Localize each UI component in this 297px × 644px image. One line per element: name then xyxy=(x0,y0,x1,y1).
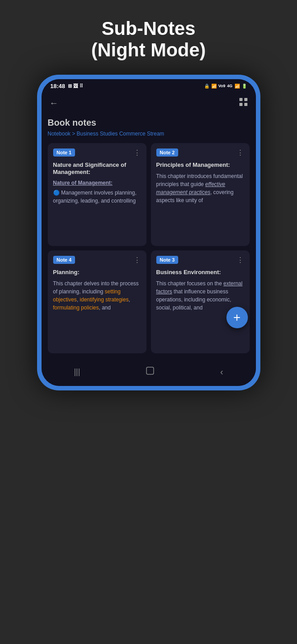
breadcrumb: Notebook > Business Studies Commerce Str… xyxy=(48,131,250,137)
note-4-menu[interactable]: ⋮ xyxy=(134,256,141,264)
notes-grid: Note 1 ⋮ Nature and Significance of Mana… xyxy=(48,143,250,353)
svg-rect-0 xyxy=(239,98,243,101)
svg-rect-2 xyxy=(239,103,243,106)
status-right-icons: 🔒 📶 Vo9 4G 📶 🔋 xyxy=(204,84,247,89)
bottom-nav: ||| ‹ xyxy=(42,360,256,386)
nav-recent-icon[interactable]: ‹ xyxy=(220,367,223,377)
note-1-subtitle: Nature of Management: xyxy=(53,180,141,186)
status-grid-icon: ⊞ 🖼 ⠿ xyxy=(68,83,83,89)
grid-view-button[interactable] xyxy=(239,97,248,109)
fab-button[interactable]: + xyxy=(226,307,248,328)
back-button[interactable]: ← xyxy=(50,98,59,108)
note-card-4: Note 4 ⋮ Planning: This chapter delves i… xyxy=(48,250,146,353)
note-1-title: Nature and Significance of Management: xyxy=(53,161,141,177)
page-title: Sub-Notes (Night Mode) xyxy=(91,18,206,61)
note-4-badge: Note 4 xyxy=(53,256,75,264)
note-2-menu[interactable]: ⋮ xyxy=(237,148,244,157)
app-bar: ← xyxy=(42,93,256,113)
note-card-1: Note 1 ⋮ Nature and Significance of Mana… xyxy=(48,143,146,246)
note-card-2: Note 2 ⋮ Principles of Management: This … xyxy=(151,143,250,246)
note-3-title: Business Environment: xyxy=(156,269,244,276)
note-4-title: Planning: xyxy=(53,269,141,276)
note-1-menu[interactable]: ⋮ xyxy=(134,148,141,157)
svg-rect-4 xyxy=(146,367,154,374)
note-4-body: This chapter delves into the process of … xyxy=(53,280,141,312)
note-2-badge: Note 2 xyxy=(156,148,179,157)
nav-back-icon[interactable]: ||| xyxy=(74,367,80,377)
svg-rect-3 xyxy=(244,103,247,106)
phone-wrapper: 18:48 ⊞ 🖼 ⠿ 🔒 📶 Vo9 4G 📶 🔋 ← xyxy=(37,75,260,390)
note-1-badge: Note 1 xyxy=(53,148,75,157)
book-title: Book notes xyxy=(48,118,250,128)
note-3-badge: Note 3 xyxy=(156,256,179,264)
note-3-menu[interactable]: ⋮ xyxy=(237,256,244,264)
status-bar: 18:48 ⊞ 🖼 ⠿ 🔒 📶 Vo9 4G 📶 🔋 xyxy=(42,79,256,93)
phone-screen: 18:48 ⊞ 🖼 ⠿ 🔒 📶 Vo9 4G 📶 🔋 ← xyxy=(42,79,256,386)
note-2-body: This chapter introduces fundamental prin… xyxy=(156,172,244,204)
nav-home-icon[interactable] xyxy=(145,366,155,378)
note-card-3: Note 3 ⋮ Business Environment: This chap… xyxy=(151,250,250,353)
svg-rect-1 xyxy=(244,98,247,101)
note-2-title: Principles of Management: xyxy=(156,161,244,169)
note-3-body: This chapter focuses on the external fac… xyxy=(156,280,244,312)
note-1-body: 🔵 Management involves planning, organizi… xyxy=(53,189,141,205)
content-area: Book notes Notebook > Business Studies C… xyxy=(42,113,256,360)
status-time: 18:48 xyxy=(50,83,65,89)
